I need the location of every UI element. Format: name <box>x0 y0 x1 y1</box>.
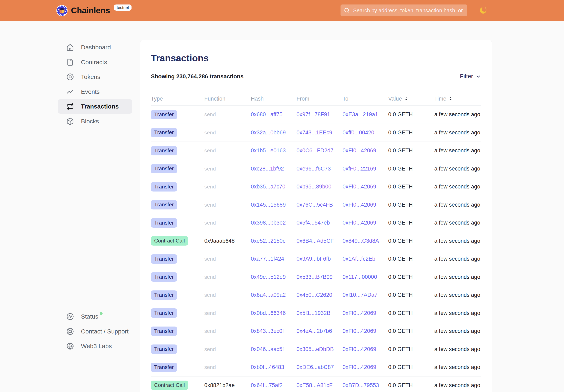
theme-toggle-button[interactable] <box>478 5 488 16</box>
column-header-hash: Hash <box>251 96 296 102</box>
value-cell: 0.0 GETH <box>388 382 413 388</box>
from-address-link[interactable]: 0x97f...78F91 <box>296 111 330 117</box>
from-address-link[interactable]: 0x4eA...2b7b6 <box>296 328 332 334</box>
from-address-link[interactable]: 0x5f1...1932B <box>296 310 330 316</box>
sidebar-item-dashboard[interactable]: Dashboard <box>58 40 132 55</box>
sidebar-item-contact-support[interactable]: Contact / Support <box>58 324 132 338</box>
to-address-link[interactable]: 0xFf0...42069 <box>343 147 376 154</box>
time-cell: a few seconds ago <box>434 256 480 262</box>
to-address-link[interactable]: 0xfF0...22169 <box>343 166 376 172</box>
function-cell: send <box>204 129 216 136</box>
time-cell: a few seconds ago <box>434 202 480 208</box>
value-cell: 0.0 GETH <box>388 220 413 226</box>
hash-link[interactable]: 0x32a...0bb69 <box>251 129 286 136</box>
to-address-link[interactable]: 0xFf0...42069 <box>343 310 376 316</box>
hash-link[interactable]: 0xc28...1bf92 <box>251 166 284 172</box>
sidebar-item-transactions[interactable]: Transactions <box>58 99 132 114</box>
sidebar-nav: DashboardContractsTokensEventsTransactio… <box>58 40 132 128</box>
from-address-link[interactable]: 0x76C...5c4FB <box>296 202 333 208</box>
column-header-type: Type <box>151 96 204 102</box>
sidebar-item-contracts[interactable]: Contracts <box>58 55 132 69</box>
type-badge: Transfer <box>151 272 177 282</box>
hash-link[interactable]: 0xb35...a7c70 <box>251 183 286 190</box>
time-cell: a few seconds ago <box>434 183 480 190</box>
from-address-link[interactable]: 0x0C6...FD2d7 <box>296 147 334 154</box>
sidebar-item-events[interactable]: Events <box>58 85 132 99</box>
to-address-link[interactable]: 0xE3a...219a1 <box>343 111 378 117</box>
hash-link[interactable]: 0xa77...1f424 <box>251 256 284 262</box>
sidebar-item-web3-labs[interactable]: Web3 Labs <box>58 339 132 353</box>
from-address-link[interactable]: 0x9A9...bF6fb <box>296 256 331 262</box>
sidebar-item-label: Web3 Labs <box>81 343 112 350</box>
to-address-link[interactable]: 0xFf0...42069 <box>343 346 376 352</box>
to-address-link[interactable]: 0xFf0...42069 <box>343 364 376 370</box>
hash-link[interactable]: 0x64f...75af2 <box>251 382 283 388</box>
hash-link[interactable]: 0x843...3ec0f <box>251 328 284 334</box>
to-address-link[interactable]: 0xFf0...42069 <box>343 220 376 226</box>
from-address-link[interactable]: 0x743...1EEc9 <box>296 129 332 136</box>
sidebar-item-label: Dashboard <box>81 44 111 51</box>
column-label: Time <box>434 96 446 102</box>
sidebar-item-status[interactable]: Status <box>58 309 132 324</box>
to-address-link[interactable]: 0xf10...7ADa7 <box>343 292 377 298</box>
search-input[interactable] <box>353 7 464 14</box>
hash-link[interactable]: 0xb0f...46483 <box>251 364 284 370</box>
sidebar-item-tokens[interactable]: Tokens <box>58 70 132 84</box>
hash-link[interactable]: 0x49e...512e9 <box>251 274 286 280</box>
hash-link[interactable]: 0x1b5...e0163 <box>251 147 286 154</box>
search-bar[interactable] <box>341 4 467 16</box>
time-cell: a few seconds ago <box>434 346 480 352</box>
type-badge: Transfer <box>151 164 177 173</box>
sidebar-item-label: Tokens <box>81 73 100 80</box>
filter-button[interactable]: Filter <box>460 73 481 80</box>
activity-icon <box>66 313 74 321</box>
to-address-link[interactable]: 0x849...C3d8A <box>343 238 379 244</box>
to-address-link[interactable]: 0xFf0...42069 <box>343 183 376 190</box>
value-cell: 0.0 GETH <box>388 183 413 190</box>
hash-link[interactable]: 0x145...15689 <box>251 202 286 208</box>
column-label: Type <box>151 96 163 102</box>
column-header-value[interactable]: Value <box>388 96 434 102</box>
from-address-link[interactable]: 0xb95...89b00 <box>296 183 331 190</box>
from-address-link[interactable]: 0x305...eDbDB <box>296 346 334 352</box>
repeat-icon <box>66 103 74 110</box>
from-address-link[interactable]: 0x6B4...Ad5CF <box>296 238 334 244</box>
to-address-link[interactable]: 0xFf0...42069 <box>343 328 376 334</box>
time-cell: a few seconds ago <box>434 382 480 388</box>
from-address-link[interactable]: 0x5f4...547eb <box>296 220 330 226</box>
sidebar-item-blocks[interactable]: Blocks <box>58 114 132 128</box>
file-icon <box>66 58 74 66</box>
column-header-time[interactable]: Time <box>434 96 481 102</box>
from-address-link[interactable]: 0x450...C2620 <box>296 292 332 298</box>
sort-icon[interactable] <box>404 97 408 101</box>
from-address-link[interactable]: 0x533...B7B09 <box>296 274 332 280</box>
hash-link[interactable]: 0x046...aac5f <box>251 346 284 352</box>
function-cell: 0x8821b2ae <box>204 382 235 388</box>
to-address-link[interactable]: 0x1Af...fc2Eb <box>343 256 375 262</box>
sidebar-item-label: Transactions <box>81 103 119 110</box>
hash-link[interactable]: 0x680...aff75 <box>251 111 283 117</box>
column-label: Value <box>388 96 402 102</box>
from-address-link[interactable]: 0xE58...A81cF <box>296 382 332 388</box>
home-icon <box>66 43 74 51</box>
table-row: Transfersend0x843...3ec0f0x4eA...2b7b60x… <box>151 322 481 340</box>
sort-icon[interactable] <box>448 97 453 101</box>
function-cell: send <box>204 166 216 172</box>
function-cell: send <box>204 183 216 190</box>
type-badge: Transfer <box>151 146 177 155</box>
hash-link[interactable]: 0x0bd...66346 <box>251 310 286 316</box>
to-address-link[interactable]: 0xff0...00420 <box>343 129 374 136</box>
to-address-link[interactable]: 0x117...00000 <box>343 274 377 280</box>
from-address-link[interactable]: 0xe96...f6C73 <box>296 166 331 172</box>
trending-icon <box>66 88 74 96</box>
hash-link[interactable]: 0x6a4...a09a2 <box>251 292 286 298</box>
column-label: Function <box>204 96 225 102</box>
hash-link[interactable]: 0xe52...2150c <box>251 238 286 244</box>
lifebuoy-icon <box>66 328 74 335</box>
from-address-link[interactable]: 0xDE6...abC87 <box>296 364 334 370</box>
brand-name: Chainlens <box>71 6 110 15</box>
to-address-link[interactable]: 0xB7D...79553 <box>343 382 379 388</box>
hash-link[interactable]: 0x398...bb3e2 <box>251 220 286 226</box>
to-address-link[interactable]: 0xFf0...42069 <box>343 202 376 208</box>
column-label: Hash <box>251 96 264 102</box>
